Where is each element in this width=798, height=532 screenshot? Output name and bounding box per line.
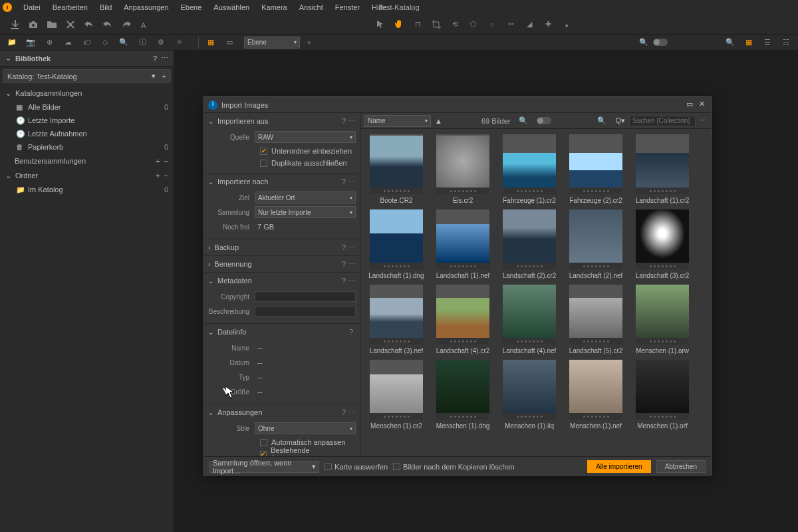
naming-header[interactable]: ›Benennung?⋯ [204, 256, 360, 272]
rating-bar[interactable] [569, 263, 622, 269]
description-input[interactable] [255, 306, 356, 317]
thumbnail[interactable]: Landschaft (1).dng [366, 209, 427, 279]
thumbnail[interactable]: Landschaft (2).nef [565, 209, 626, 279]
crop-icon[interactable] [430, 18, 443, 31]
list-view-icon[interactable]: ☰ [761, 36, 774, 49]
rating-bar[interactable] [569, 413, 622, 420]
hand-icon[interactable] [392, 18, 406, 31]
adjustments-header[interactable]: ⌄Anpassungen?⋯ [204, 404, 360, 420]
menu-fenster[interactable]: Fenster [329, 0, 366, 15]
add-icon[interactable]: + [156, 157, 160, 165]
thumbnail[interactable]: Menschen (1).cr2 [366, 360, 427, 430]
rotate-icon[interactable]: ⟲ [448, 18, 462, 31]
pointer-icon[interactable] [374, 18, 387, 31]
add-layer-icon[interactable]: + [303, 36, 316, 49]
brush-icon[interactable]: ✏ [504, 18, 517, 31]
source-dropdown[interactable]: RAW▾ [255, 131, 356, 143]
undo2-icon[interactable] [101, 18, 114, 31]
collections-header[interactable]: ⌄ Katalogsammlungen [0, 86, 174, 100]
existing-adjust-checkbox[interactable]: ✔Bestehende Anpassungen en... [208, 448, 356, 456]
close-button[interactable]: ✕ [696, 100, 707, 110]
style-dropdown[interactable]: Ohne▾ [255, 422, 356, 434]
zoom-in-icon[interactable]: 🔍 [724, 36, 737, 49]
target-dropdown[interactable]: Aktueller Ort▾ [255, 192, 356, 203]
thumbnail[interactable]: Fahrzeuge (2).cr2 [565, 134, 626, 204]
rating-bar[interactable] [503, 263, 556, 269]
tag-icon[interactable]: 🏷 [80, 36, 93, 49]
copyright-input[interactable] [255, 291, 356, 302]
thumbnail[interactable]: Landschaft (1).nef [432, 209, 493, 279]
thumbnail[interactable]: Menschen (1).dng [432, 360, 493, 430]
filter-menu-icon[interactable]: Q▾ [615, 116, 625, 125]
rating-bar[interactable] [636, 413, 689, 420]
fileinfo-header[interactable]: ⌄Dateiinfo? [204, 324, 360, 340]
tree-item[interactable]: 🕐Letzte Aufnahmen [0, 127, 174, 140]
menu-anpassungen[interactable]: Anpassungen [118, 0, 174, 15]
menu-ansicht[interactable]: Ansicht [293, 0, 329, 15]
camera2-icon[interactable]: 📷 [24, 36, 37, 49]
undo-icon[interactable] [82, 18, 96, 31]
help-icon[interactable]: ? [342, 117, 346, 125]
text-icon[interactable]: A [138, 18, 152, 31]
library-header[interactable]: ⌄ Bibliothek ? ⋯ [0, 51, 174, 66]
thumbnail[interactable]: Menschen (1).orf [632, 360, 693, 430]
open-collection-dropdown[interactable]: Sammlung öffnen, wenn Import…▾ [209, 461, 319, 473]
cancel-button[interactable]: Abbrechen [656, 460, 706, 473]
collection-dropdown[interactable]: Nur letzte Importe▾ [255, 206, 356, 218]
zoom-toggle[interactable] [653, 39, 668, 46]
rating-bar[interactable] [436, 413, 489, 420]
more-icon[interactable]: ⋯ [348, 260, 356, 269]
thumbnail[interactable]: Landschaft (1).cr2 [632, 134, 693, 204]
help-icon[interactable]: ? [342, 243, 346, 251]
tool3-icon[interactable]: ⊓ [411, 18, 424, 31]
thumbnail[interactable]: Menschen (1).iiq [499, 360, 560, 430]
add-icon[interactable]: + [162, 72, 166, 80]
thumbnail[interactable]: Fahrzeuge (1).cr2 [499, 134, 560, 204]
help-icon[interactable]: ? [342, 408, 346, 416]
layer-dropdown[interactable]: Ebene▾ [244, 37, 300, 49]
sort-dropdown[interactable]: Name▾ [364, 115, 431, 127]
menu-bearbeiten[interactable]: Bearbeiten [47, 0, 94, 15]
rating-bar[interactable] [370, 338, 423, 344]
filter-icon[interactable]: ◇ [98, 36, 112, 49]
remove-icon[interactable]: − [164, 172, 168, 180]
import-all-button[interactable]: Alle importieren [587, 460, 650, 473]
thumbnail[interactable]: Landschaft (3).nef [366, 285, 427, 354]
thumbnail[interactable]: Landschaft (2).cr2 [499, 209, 560, 279]
folder2-icon[interactable]: 📁 [5, 36, 19, 49]
rating-bar[interactable] [370, 413, 423, 420]
rating-bar[interactable] [370, 263, 423, 269]
help-icon[interactable]: ? [153, 55, 157, 63]
thumbnail[interactable]: Menschen (1).arw [632, 285, 693, 354]
more-icon[interactable]: ⋯ [348, 243, 356, 252]
info-icon[interactable]: ⓘ [136, 36, 149, 49]
single-view-icon[interactable]: ▭ [223, 36, 236, 49]
menu-ebene[interactable]: Ebene [175, 0, 208, 15]
thumbnail[interactable]: Eis.cr2 [432, 134, 493, 204]
more-icon[interactable]: ⋯ [348, 408, 356, 417]
close-icon[interactable] [64, 18, 77, 31]
help-icon[interactable]: ? [342, 277, 346, 285]
menu-bild[interactable]: Bild [94, 0, 118, 15]
zoom-out-icon[interactable]: 🔍 [637, 36, 650, 49]
thumb-view-icon[interactable]: ▦ [742, 36, 755, 49]
delete-after-checkbox[interactable]: Bilder nach dem Kopieren löschen [393, 463, 515, 471]
redo-icon[interactable] [120, 18, 133, 31]
menu-auswählen[interactable]: Auswählen [207, 0, 255, 15]
thumbnail[interactable]: Boote.CR2 [366, 134, 427, 204]
zoom2-icon[interactable]: 🔍 [595, 114, 608, 128]
subfolders-checkbox[interactable]: ✔Unterordner einbeziehen [208, 145, 356, 157]
gradient-icon[interactable]: ◢ [523, 18, 536, 31]
thumbnail[interactable]: Menschen (1).nef [565, 360, 626, 430]
tree-item[interactable]: 🗑Papierkorb0 [0, 140, 174, 154]
metadata-header[interactable]: ⌄Metadaten?⋯ [204, 273, 360, 289]
search2-icon[interactable]: 🔍 [117, 36, 130, 49]
maximize-button[interactable]: ▭ [684, 100, 695, 110]
more-icon[interactable]: ⋯ [700, 116, 707, 125]
size-toggle[interactable] [537, 117, 551, 124]
perspective-icon[interactable]: ⬠ [467, 18, 480, 31]
rating-bar[interactable] [569, 188, 622, 194]
import-to-header[interactable]: ⌄Importiere nach?⋯ [204, 174, 360, 190]
rating-bar[interactable] [436, 263, 489, 269]
more-icon[interactable]: ⋯ [348, 277, 356, 285]
